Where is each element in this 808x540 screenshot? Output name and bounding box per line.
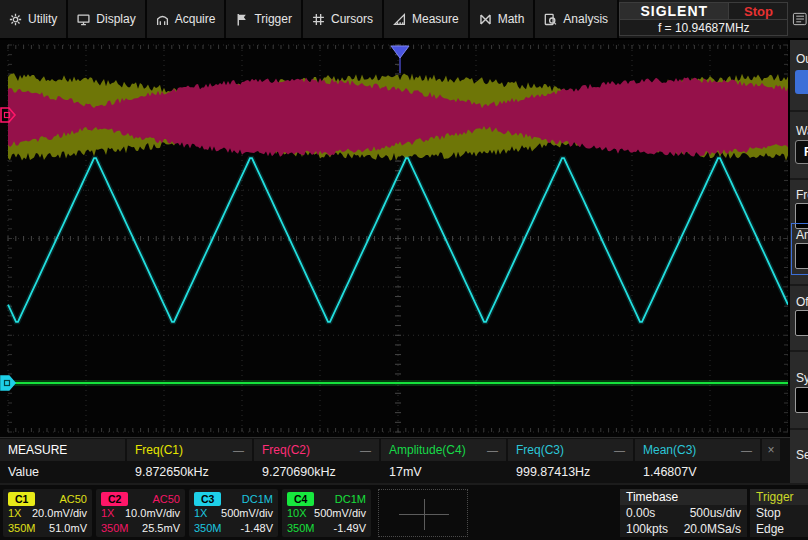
cursors-icon	[312, 13, 325, 26]
measure-col-freq-c1: Freq(C1) —	[127, 439, 252, 461]
c4-bandwidth: 350M	[287, 521, 315, 536]
menu-cursors[interactable]: Cursors	[303, 0, 384, 38]
c1-badge: C1	[8, 492, 35, 506]
c4-offset: -1.49V	[334, 521, 366, 536]
menu-cursors-label: Cursors	[331, 12, 373, 26]
math-icon	[479, 13, 492, 26]
c2-bandwidth: 350M	[101, 521, 129, 536]
measure-row-label: Value	[0, 465, 125, 479]
amplitude-input[interactable]	[795, 243, 808, 269]
acquisition-status[interactable]: Stop	[728, 3, 787, 19]
channel-box-c3[interactable]: C3 DC1M 1X500mV/div 350M-1.48V	[189, 489, 278, 537]
minimize-measure-icon[interactable]: —	[614, 444, 625, 456]
c1-bandwidth: 350M	[8, 521, 36, 536]
measure-panel: MEASURE Freq(C1) — Freq(C2) — Amplitude(…	[0, 437, 790, 483]
awg-sidebar: Output Waveform Ramp Frequency Amplitude…	[788, 40, 808, 483]
minimize-measure-icon[interactable]: —	[741, 444, 752, 456]
minimize-measure-icon[interactable]: —	[487, 444, 498, 456]
acquire-icon	[156, 13, 169, 26]
siglent-logo: SIGLENT	[620, 3, 728, 19]
c3-coupling: DC1M	[242, 493, 273, 505]
measure-icon	[393, 13, 406, 26]
menu-utility-label: Utility	[28, 12, 57, 26]
c3-bandwidth: 350M	[194, 521, 222, 536]
waveform-display[interactable]	[0, 40, 790, 437]
c1-coupling: AC50	[59, 493, 87, 505]
c2-badge: C2	[101, 492, 128, 506]
trigger-box[interactable]: Trigger Stop Edge	[750, 489, 808, 537]
c1-offset: 51.0mV	[49, 521, 87, 536]
measure-value-freq-c2: 9.270690kHz	[254, 465, 379, 479]
empty-channel-slot[interactable]	[378, 489, 468, 537]
sidebar-frequency-label: Frequency	[796, 188, 808, 202]
measure-label-freq-c2: Freq(C2)	[262, 443, 310, 457]
c1-scale: 20.0mV/div	[32, 506, 87, 521]
trigger-type: Edge	[756, 521, 784, 537]
measure-title-cell: MEASURE	[0, 439, 125, 461]
measure-value-freq-c1: 9.872650kHz	[127, 465, 252, 479]
channel-box-c1[interactable]: C1 AC50 1X20.0mV/div 350M51.0mV	[3, 489, 92, 537]
flag-icon	[235, 13, 248, 26]
graticule[interactable]	[0, 40, 790, 437]
measure-value-freq-c3: 999.87413Hz	[508, 465, 633, 479]
gear-icon	[9, 13, 22, 26]
measure-value-mean-c3: 1.46807V	[635, 465, 760, 479]
measure-col-amplitude-c4: Amplitude(C4) —	[381, 439, 506, 461]
sidebar-waveform-label: Waveform	[796, 124, 808, 138]
sidebar-output-label: Output	[796, 52, 808, 66]
menu-acquire[interactable]: Acquire	[147, 0, 227, 38]
sidebar-amplitude-label: Amplitude	[796, 228, 808, 242]
c2-atten: 1X	[101, 506, 114, 521]
timebase-delay: 0.00s	[626, 505, 655, 521]
offset-input[interactable]	[795, 310, 808, 336]
c3-badge: C3	[194, 492, 221, 506]
c4-atten: 10X	[287, 506, 307, 521]
measure-label-amplitude-c4: Amplitude(C4)	[389, 443, 466, 457]
display-icon	[77, 13, 90, 26]
menu-display-label: Display	[96, 12, 135, 26]
menu-measure[interactable]: Measure	[384, 0, 470, 38]
measure-label-freq-c1: Freq(C1)	[135, 443, 183, 457]
c2-coupling: AC50	[152, 493, 180, 505]
menu-acquire-label: Acquire	[175, 12, 216, 26]
symmetry-input[interactable]	[795, 387, 808, 413]
timebase-title: Timebase	[620, 489, 747, 505]
c4-badge: C4	[287, 492, 314, 506]
trigger-frequency-counter: f = 10.94687MHz	[620, 19, 787, 37]
measure-value-amplitude-c4: 17mV	[381, 465, 506, 479]
notes-icon[interactable]	[792, 0, 808, 38]
minimize-measure-icon[interactable]: —	[233, 444, 244, 456]
output-toggle-button[interactable]	[795, 70, 808, 94]
sidebar-offset-label: Offset	[796, 295, 808, 309]
measure-header-row: MEASURE Freq(C1) — Freq(C2) — Amplitude(…	[0, 439, 790, 461]
waveform-type-button[interactable]: Ramp	[795, 140, 808, 164]
menu-display[interactable]: Display	[68, 0, 146, 38]
c4-coupling: DC1M	[335, 493, 366, 505]
timebase-box[interactable]: Timebase 0.00s500us/div 100kpts20.0MSa/s	[620, 489, 747, 537]
channel-box-c4[interactable]: C4 DC1M 10X500mV/div 350M-1.49V	[282, 489, 371, 537]
measure-label-mean-c3: Mean(C3)	[643, 443, 696, 457]
measure-label-freq-c3: Freq(C3)	[516, 443, 564, 457]
c3-offset: -1.48V	[241, 521, 273, 536]
brand-block: SIGLENT Stop f = 10.94687MHz	[619, 2, 788, 36]
menu-bar: Utility Display Acquire Trigger Cursors …	[0, 0, 808, 40]
timebase-depth: 100kpts	[626, 521, 668, 537]
trigger-box-title: Trigger	[750, 489, 808, 505]
trigger-status: Stop	[756, 505, 781, 521]
sidebar-setting-label: Setting	[796, 448, 808, 462]
menu-analysis[interactable]: Analysis	[535, 0, 619, 38]
measure-col-freq-c3: Freq(C3) —	[508, 439, 633, 461]
timebase-rate: 20.0MSa/s	[684, 521, 741, 537]
c2-offset: 25.5mV	[142, 521, 180, 536]
add-channel-crosshair-icon	[424, 499, 425, 530]
menu-utility[interactable]: Utility	[0, 0, 68, 38]
c2-scale: 10.0mV/div	[125, 506, 180, 521]
menu-trigger[interactable]: Trigger	[226, 0, 303, 38]
menu-math[interactable]: Math	[470, 0, 536, 38]
minimize-measure-icon[interactable]: —	[360, 444, 371, 456]
menu-measure-label: Measure	[412, 12, 459, 26]
channel-box-c2[interactable]: C2 AC50 1X10.0mV/div 350M25.5mV	[96, 489, 185, 537]
timebase-scale: 500us/div	[690, 505, 741, 521]
c4-scale: 500mV/div	[314, 506, 366, 521]
close-measure-icon[interactable]: ×	[762, 439, 780, 461]
